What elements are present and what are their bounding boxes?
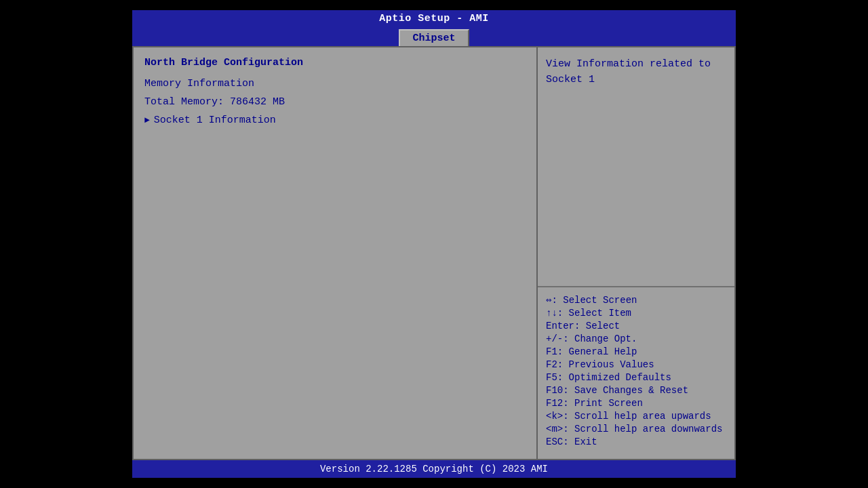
socket1-information-item[interactable]: ► Socket 1 Information [144,115,526,126]
main-content: North Bridge Configuration Memory Inform… [132,46,736,460]
right-panel: View Information related to Socket 1 ⇔: … [538,47,734,459]
key-line-7: F10: Save Changes & Reset [546,385,726,396]
key-line-8: F12: Print Screen [546,398,726,409]
socket1-information-label: Socket 1 Information [154,115,276,126]
key-line-9: <k>: Scroll help area upwards [546,411,726,422]
key-line-4: F1: General Help [546,346,726,357]
tab-chipset[interactable]: Chipset [399,29,469,46]
key-line-11: ESC: Exit [546,436,726,447]
help-section: View Information related to Socket 1 [538,47,734,287]
section-title: North Bridge Configuration [144,57,526,68]
key-line-6: F5: Optimized Defaults [546,372,726,383]
key-line-1: ↑↓: Select Item [546,308,726,319]
key-line-2: Enter: Select [546,321,726,331]
left-panel: North Bridge Configuration Memory Inform… [134,47,538,459]
key-line-3: +/-: Change Opt. [546,333,726,344]
help-text-line2: Socket 1 [546,73,726,88]
title-bar: Aptio Setup - AMI [132,10,736,27]
help-text-line1: View Information related to [546,57,726,73]
submenu-arrow-icon: ► [144,115,150,125]
footer-bar: Version 2.22.1285 Copyright (C) 2023 AMI [132,460,736,478]
key-line-5: F2: Previous Values [546,359,726,370]
key-line-10: <m>: Scroll help area downwards [546,424,726,434]
memory-information-label: Memory Information [144,78,526,89]
key-line-0: ⇔: Select Screen [546,294,726,306]
total-memory-value: Total Memory: 786432 MB [144,96,526,108]
keys-section: ⇔: Select Screen↑↓: Select ItemEnter: Se… [538,287,734,459]
tab-bar: Chipset [132,27,736,46]
